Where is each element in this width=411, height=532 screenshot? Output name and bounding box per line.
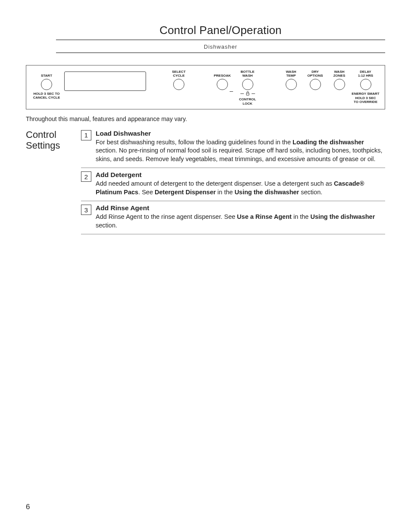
knob-icon [360,79,371,90]
panel-start: START HOLD 3 SEC TO CANCEL CYCLE [31,70,62,100]
section-label: Control Settings [26,129,73,235]
knob-icon [173,79,184,90]
step-item: 3 Add Rinse Agent Add Rinse Agent to the… [81,201,385,234]
panel-start-sub2: CANCEL CYCLE [33,96,60,100]
knob-icon [217,79,228,90]
steps-list: 1 Load Dishwasher For best dishwashing r… [81,129,385,235]
knob-icon [334,79,345,90]
step-number: 3 [81,205,91,215]
step-item: 1 Load Dishwasher For best dishwashing r… [81,129,385,168]
panel-wash-zones: WASH ZONES [330,70,349,90]
knob-icon [242,79,253,90]
panel-bottle-wash: BOTTLE WASH CONTROL LOCK [236,70,259,106]
step-title: Add Rinse Agent [96,204,149,212]
step-title: Load Dishwasher [96,130,151,137]
header-rule [56,53,385,53]
panel-dry-options: DRY OPTIONS [303,70,327,90]
knob-icon [310,79,321,90]
page-title: Control Panel/Operation [56,24,385,40]
step-number: 1 [81,130,91,140]
control-panel-diagram: START HOLD 3 SEC TO CANCEL CYCLE SELECT … [26,65,385,109]
panel-select-cycle: SELECT CYCLE [168,70,190,90]
knob-icon [286,79,297,90]
control-lock-row [240,91,255,96]
variance-note: Throughout this manual, features and app… [26,115,385,122]
panel-display [64,72,146,91]
page-number: 6 [26,503,30,511]
knob-icon [41,79,52,90]
lock-icon [246,91,250,96]
panel-start-label: START [41,74,52,78]
header-block: Control Panel/Operation Dishwasher [56,24,385,53]
panel-wash-temp: WASH TEMP [281,70,301,90]
panel-presoak: PRESOAK [212,70,233,92]
step-item: 2 Add Detergent Add needed amount of det… [81,168,385,201]
step-number: 2 [81,171,91,182]
panel-start-sub1: HOLD 3 SEC TO [33,92,60,96]
panel-delay: DELAY 1-12 HRS ENERGY SMART HOLD 3 SEC T… [352,70,380,104]
step-title: Add Detergent [96,171,142,178]
page-subtitle: Dishwasher [56,44,385,50]
